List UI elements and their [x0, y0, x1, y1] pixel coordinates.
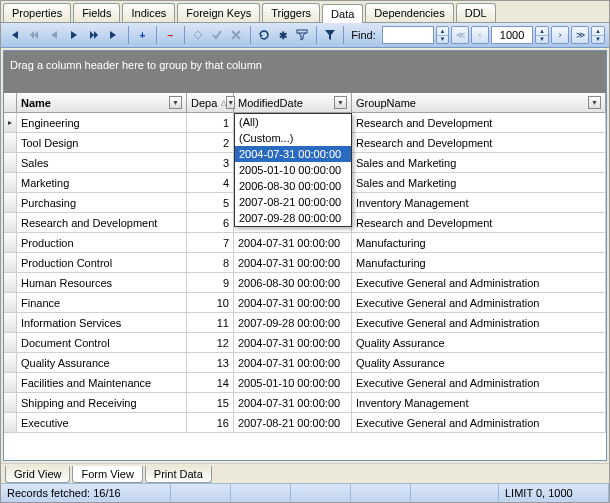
- prev-page-button[interactable]: [25, 26, 43, 44]
- cell-modifieddate[interactable]: 2007-08-21 00:00:00: [234, 413, 352, 432]
- cell-name[interactable]: Facilities and Maintenance: [17, 373, 187, 392]
- filter-option[interactable]: 2007-09-28 00:00:00: [235, 210, 351, 226]
- refresh-button[interactable]: [256, 26, 273, 44]
- column-header-department[interactable]: Depa △ ▼: [187, 93, 234, 112]
- modifieddate-filter-dropdown[interactable]: (All)(Custom...)2004-07-31 00:00:002005-…: [234, 113, 352, 227]
- cell-groupname[interactable]: Inventory Management: [352, 193, 606, 212]
- page-last-button[interactable]: ≫: [571, 26, 589, 44]
- filter-option[interactable]: (Custom...): [235, 130, 351, 146]
- page-prev-button[interactable]: ‹: [471, 26, 489, 44]
- page-next-button[interactable]: ›: [551, 26, 569, 44]
- cell-department[interactable]: 11: [187, 313, 234, 332]
- last-record-button[interactable]: [105, 26, 123, 44]
- cancel-edit-button[interactable]: [228, 26, 245, 44]
- cell-department[interactable]: 10: [187, 293, 234, 312]
- table-row[interactable]: Production Control82004-07-31 00:00:00Ma…: [4, 253, 606, 273]
- cell-department[interactable]: 3: [187, 153, 234, 172]
- table-row[interactable]: Document Control122004-07-31 00:00:00Qua…: [4, 333, 606, 353]
- view-tab-form-view[interactable]: Form View: [72, 466, 142, 483]
- cell-groupname[interactable]: Sales and Marketing: [352, 173, 606, 192]
- cell-name[interactable]: Document Control: [17, 333, 187, 352]
- cell-modifieddate[interactable]: 2004-07-31 00:00:00: [234, 293, 352, 312]
- table-row[interactable]: Quality Assurance132004-07-31 00:00:00Qu…: [4, 353, 606, 373]
- cell-department[interactable]: 2: [187, 133, 234, 152]
- set-filter-button[interactable]: [294, 26, 311, 44]
- page-size-spin[interactable]: ▲▼: [535, 26, 549, 44]
- tab-indices[interactable]: Indices: [122, 3, 175, 22]
- filter-dropdown-icon[interactable]: ▼: [169, 96, 182, 109]
- cell-department[interactable]: 5: [187, 193, 234, 212]
- cell-modifieddate[interactable]: 2007-09-28 00:00:00: [234, 313, 352, 332]
- cell-name[interactable]: Quality Assurance: [17, 353, 187, 372]
- tab-properties[interactable]: Properties: [3, 3, 71, 22]
- table-row[interactable]: Human Resources92006-08-30 00:00:00Execu…: [4, 273, 606, 293]
- page-first-button[interactable]: ≪: [451, 26, 469, 44]
- cell-name[interactable]: Information Services: [17, 313, 187, 332]
- cell-name[interactable]: Purchasing: [17, 193, 187, 212]
- table-row[interactable]: Finance102004-07-31 00:00:00Executive Ge…: [4, 293, 606, 313]
- page-extra-spin[interactable]: ▲▼: [591, 26, 605, 44]
- cell-groupname[interactable]: Executive General and Administration: [352, 273, 606, 292]
- column-header-name[interactable]: Name ▼: [17, 93, 187, 112]
- table-row[interactable]: Facilities and Maintenance142005-01-10 0…: [4, 373, 606, 393]
- cell-groupname[interactable]: Manufacturing: [352, 233, 606, 252]
- group-band[interactable]: Drag a column header here to group by th…: [4, 51, 606, 93]
- cell-department[interactable]: 12: [187, 333, 234, 352]
- table-row[interactable]: Information Services112007-09-28 00:00:0…: [4, 313, 606, 333]
- cell-groupname[interactable]: Quality Assurance: [352, 353, 606, 372]
- column-header-modifieddate[interactable]: ModifiedDate ▼: [234, 93, 352, 112]
- cell-department[interactable]: 15: [187, 393, 234, 412]
- cell-groupname[interactable]: Quality Assurance: [352, 333, 606, 352]
- cell-modifieddate[interactable]: 2005-01-10 00:00:00: [234, 373, 352, 392]
- filter-dropdown-icon[interactable]: ▼: [334, 96, 347, 109]
- bookmark-button[interactable]: ✱: [275, 26, 292, 44]
- cell-modifieddate[interactable]: 2004-07-31 00:00:00: [234, 333, 352, 352]
- cell-modifieddate[interactable]: 2004-07-31 00:00:00: [234, 353, 352, 372]
- next-record-button[interactable]: [65, 26, 83, 44]
- cell-department[interactable]: 4: [187, 173, 234, 192]
- view-tab-print-data[interactable]: Print Data: [145, 466, 212, 483]
- next-page-button[interactable]: [85, 26, 103, 44]
- cell-groupname[interactable]: Research and Development: [352, 133, 606, 152]
- cell-name[interactable]: Tool Design: [17, 133, 187, 152]
- cell-groupname[interactable]: Executive General and Administration: [352, 413, 606, 432]
- first-record-button[interactable]: [5, 26, 23, 44]
- delete-record-button[interactable]: −: [162, 26, 179, 44]
- cell-department[interactable]: 9: [187, 273, 234, 292]
- post-edit-button[interactable]: [209, 26, 226, 44]
- cell-name[interactable]: Engineering: [17, 113, 187, 132]
- filter-option[interactable]: 2004-07-31 00:00:00: [235, 146, 351, 162]
- cell-modifieddate[interactable]: 2006-08-30 00:00:00: [234, 273, 352, 292]
- cell-name[interactable]: Sales: [17, 153, 187, 172]
- filter-option[interactable]: (All): [235, 114, 351, 130]
- cell-department[interactable]: 16: [187, 413, 234, 432]
- cell-modifieddate[interactable]: 2004-07-31 00:00:00: [234, 393, 352, 412]
- tab-ddl[interactable]: DDL: [456, 3, 496, 22]
- filter-button[interactable]: [321, 26, 338, 44]
- tab-fields[interactable]: Fields: [73, 3, 120, 22]
- cell-name[interactable]: Marketing: [17, 173, 187, 192]
- tab-foreign-keys[interactable]: Foreign Keys: [177, 3, 260, 22]
- tab-triggers[interactable]: Triggers: [262, 3, 320, 22]
- cell-groupname[interactable]: Research and Development: [352, 113, 606, 132]
- tab-data[interactable]: Data: [322, 4, 363, 23]
- cell-name[interactable]: Production: [17, 233, 187, 252]
- cell-department[interactable]: 6: [187, 213, 234, 232]
- cell-department[interactable]: 1: [187, 113, 234, 132]
- filter-option[interactable]: 2007-08-21 00:00:00: [235, 194, 351, 210]
- cell-groupname[interactable]: Executive General and Administration: [352, 373, 606, 392]
- cell-groupname[interactable]: Executive General and Administration: [352, 293, 606, 312]
- tab-dependencies[interactable]: Dependencies: [365, 3, 453, 22]
- cell-name[interactable]: Human Resources: [17, 273, 187, 292]
- filter-dropdown-icon[interactable]: ▼: [588, 96, 601, 109]
- cell-name[interactable]: Executive: [17, 413, 187, 432]
- cell-department[interactable]: 8: [187, 253, 234, 272]
- table-row[interactable]: Executive162007-08-21 00:00:00Executive …: [4, 413, 606, 433]
- cell-groupname[interactable]: Executive General and Administration: [352, 313, 606, 332]
- filter-option[interactable]: 2005-01-10 00:00:00: [235, 162, 351, 178]
- cell-name[interactable]: Production Control: [17, 253, 187, 272]
- edit-record-button[interactable]: [190, 26, 207, 44]
- table-row[interactable]: Shipping and Receiving152004-07-31 00:00…: [4, 393, 606, 413]
- find-spin[interactable]: ▲▼: [436, 26, 449, 44]
- filter-option[interactable]: 2006-08-30 00:00:00: [235, 178, 351, 194]
